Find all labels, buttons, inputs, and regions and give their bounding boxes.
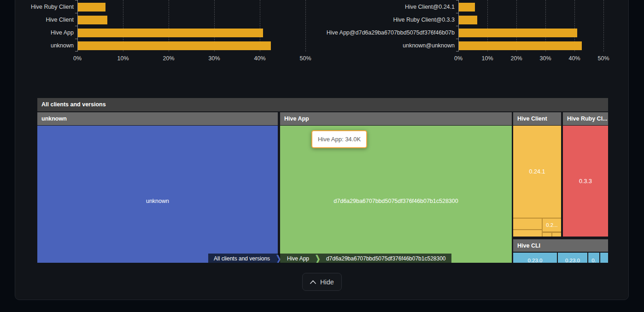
category-label: Hive Client (19, 16, 74, 23)
x-tick-label: 40% (254, 55, 265, 63)
treemap-tile-hive-cli-1[interactable]: 0.23.0 (558, 253, 587, 263)
bar-hive-app[interactable] (78, 29, 263, 37)
treemap-section-header-hive-app[interactable]: Hive App (280, 112, 512, 125)
category-label: Hive Ruby Client (19, 3, 74, 11)
grid-line (603, 0, 604, 52)
bar-hive-client-0-24-1[interactable] (459, 3, 475, 12)
breadcrumb-item-2[interactable]: d7d6a29ba6707bbd5075df376f46b07b1c528300 (321, 254, 451, 263)
y-axis-tick (456, 0, 458, 0)
treemap-tile-hive-ruby-client-0[interactable]: 0.3.3 (563, 126, 608, 237)
treemap-tile-hive-client-1[interactable]: 0.24.1 (513, 126, 561, 218)
category-label: Hive App@d7d6a29ba6707bbd5075df376f46b07… (322, 29, 455, 36)
y-axis-tick (75, 13, 77, 13)
y-axis-tick (456, 39, 458, 39)
x-tick-label: 10% (481, 55, 493, 63)
chevron-up-icon (310, 280, 316, 284)
treemap-section-header-hive-cli[interactable]: Hive CLI (513, 239, 608, 252)
y-axis-tick (75, 26, 77, 26)
y-axis-tick (75, 0, 77, 0)
hide-button[interactable]: Hide (302, 273, 342, 291)
y-axis-tick (456, 26, 458, 26)
treemap-tile-hive-cli-0[interactable]: 0.23.0 (513, 253, 557, 263)
treemap-tile-label: 0.23.0 (558, 257, 587, 263)
treemap-tile-hive-client-5[interactable] (543, 233, 551, 237)
breadcrumb-chevron-icon: ❯ (275, 254, 281, 263)
treemap-tile-label: 0. (588, 257, 599, 263)
clients-bar-chart: Hive Ruby ClientHive ClientHive Appunkno… (19, 0, 314, 65)
client-versions-bar-chart: Hive Client@0.24.1Hive Ruby Client@0.3.3… (322, 0, 626, 65)
treemap-tooltip: Hive App: 34.0K (311, 130, 367, 148)
x-tick-label: 30% (208, 55, 220, 63)
category-label: unknown@unknown (322, 42, 455, 49)
bar-hive-ruby-client-0-3-3[interactable] (459, 16, 477, 24)
x-tick-label: 40% (568, 55, 580, 63)
x-tick-label: 10% (117, 55, 129, 63)
treemap-tile-hive-client-2[interactable] (513, 219, 542, 229)
treemap-tile-hive-client-4[interactable] (513, 230, 542, 237)
x-tick-label: 50% (597, 55, 609, 63)
grid-line (305, 0, 306, 52)
treemap-tile-label: 0.23.0 (513, 257, 557, 263)
x-tick-label: 30% (539, 55, 551, 63)
treemap-tile-label: 0.3.3 (563, 178, 608, 185)
category-label: Hive Client@0.24.1 (322, 3, 455, 11)
treemap-root-header[interactable]: All clients and versions (37, 98, 608, 111)
bar-unknown[interactable] (78, 41, 271, 50)
y-axis-tick (456, 51, 458, 52)
treemap-tile-label: 0.24.1 (513, 168, 561, 175)
bar-hive-client[interactable] (78, 16, 107, 24)
x-tick-label: 20% (163, 55, 174, 63)
treemap-tile-hive-client-3[interactable]: 0.2... (543, 219, 561, 231)
breadcrumb-chevron-icon: ❯ (315, 254, 321, 263)
bar-hive-app-d7d6a29ba6707bbd5075df376f46b07b[interactable] (459, 29, 577, 37)
category-label: Hive Ruby Client@0.3.3 (322, 16, 455, 23)
category-label: unknown (19, 42, 74, 49)
treemap-section-header-hive-client[interactable]: Hive Client (513, 112, 561, 125)
x-tick-label: 50% (299, 55, 311, 63)
treemap-breadcrumb: All clients and versions❯Hive App❯d7d6a2… (208, 254, 451, 263)
category-label: Hive App (19, 29, 74, 36)
treemap-tile-label: d7d6a29ba6707bbd5075df376f46b07b1c528300 (280, 198, 512, 204)
y-axis-tick (456, 13, 458, 13)
bar-unknown-unknown[interactable] (459, 41, 582, 50)
treemap-section-header-hive-ruby-client[interactable]: Hive Ruby Cl... (563, 112, 608, 125)
x-tick-label: 0% (73, 55, 82, 63)
hide-button-label: Hide (320, 278, 334, 286)
clients-treemap: All clients and versions All clients and… (37, 98, 608, 263)
bar-hive-ruby-client[interactable] (78, 3, 105, 12)
treemap-tile-hive-cli-2[interactable]: 0. (588, 253, 599, 263)
treemap-tile-label: unknown (37, 198, 278, 204)
treemap-section-header-unknown[interactable]: unknown (37, 112, 278, 125)
y-axis-tick (75, 39, 77, 39)
y-axis-tick (75, 51, 77, 52)
x-tick-label: 0% (454, 55, 463, 63)
treemap-tile-unknown-0[interactable]: unknown (37, 126, 278, 263)
x-tick-label: 20% (510, 55, 522, 63)
treemap-tile-hive-client-6[interactable] (552, 233, 561, 237)
treemap-tile-label: 0.2... (543, 222, 561, 228)
breadcrumb-item-0[interactable]: All clients and versions (208, 254, 275, 263)
breadcrumb-item-1[interactable]: Hive App (281, 254, 315, 263)
treemap-tile-hive-cli-3[interactable] (600, 253, 608, 263)
